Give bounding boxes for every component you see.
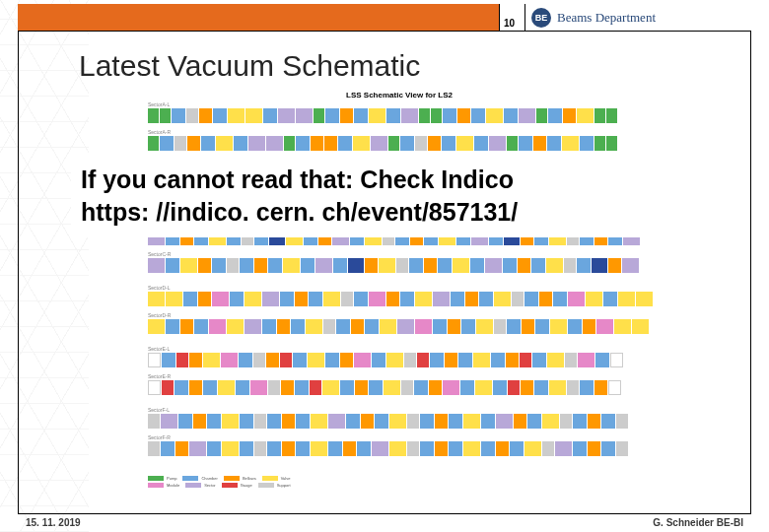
schematic-segment bbox=[496, 441, 509, 456]
schematic-segment bbox=[453, 258, 469, 273]
schematic-segment bbox=[375, 414, 388, 429]
schematic-segment bbox=[266, 353, 279, 367]
schematic-segment bbox=[311, 136, 323, 151]
schematic-row: SectorF-R bbox=[148, 434, 651, 456]
schematic-segment bbox=[474, 136, 488, 151]
schematic-segment bbox=[414, 380, 428, 395]
schematic-segment bbox=[245, 292, 261, 306]
schematic-segment bbox=[461, 319, 475, 334]
schematic-segment bbox=[504, 108, 518, 123]
schematic-segment bbox=[380, 319, 396, 334]
schematic-segment bbox=[507, 319, 521, 334]
schematic-segment bbox=[430, 353, 444, 367]
schematic-segment bbox=[277, 319, 290, 334]
schematic-segment bbox=[201, 136, 215, 151]
schematic-segment bbox=[379, 258, 395, 273]
schematic-segment bbox=[213, 108, 227, 123]
legend-item: Module bbox=[148, 483, 179, 488]
slide-title: Latest Vacuum Schematic bbox=[79, 49, 420, 83]
schematic-segment bbox=[562, 136, 579, 151]
schematic-segment bbox=[433, 319, 447, 334]
schematic-segment bbox=[267, 441, 281, 456]
schematic-segment bbox=[372, 441, 388, 456]
schematic-segment bbox=[254, 414, 266, 429]
schematic-segment bbox=[443, 380, 459, 395]
legend-item: Chamber bbox=[182, 476, 217, 481]
schematic-segment bbox=[547, 353, 564, 367]
schematic-segment bbox=[308, 353, 324, 367]
schematic-segment bbox=[577, 258, 591, 273]
schematic-segment bbox=[549, 380, 566, 395]
schematic-segment bbox=[148, 292, 165, 306]
schematic-segment bbox=[578, 353, 594, 367]
schematic-segment bbox=[209, 319, 226, 334]
schematic-segment bbox=[481, 441, 495, 456]
schematic-segment bbox=[161, 441, 175, 456]
schematic-segment bbox=[178, 414, 192, 429]
schematic-segment bbox=[361, 414, 374, 429]
schematic-segment bbox=[284, 136, 295, 151]
schematic-segment bbox=[295, 292, 308, 306]
schematic-segment bbox=[323, 292, 340, 306]
legend-label: Valve bbox=[281, 476, 291, 481]
schematic-segment bbox=[438, 258, 452, 273]
callout-line1: If you cannot read that: Check Indico bbox=[81, 164, 698, 196]
schematic-segment bbox=[400, 136, 414, 151]
schematic-segment bbox=[333, 258, 347, 273]
schematic-segment bbox=[636, 292, 653, 306]
schematic-segment bbox=[296, 414, 310, 429]
schematic-segment bbox=[175, 380, 188, 395]
legend-label: Pump bbox=[167, 476, 176, 481]
schematic-segment bbox=[463, 414, 480, 429]
schematic-segment bbox=[341, 292, 353, 306]
schematic-segment bbox=[622, 258, 639, 273]
schematic-segment bbox=[548, 108, 562, 123]
schematic-segment bbox=[371, 136, 387, 151]
schematic-segment bbox=[407, 441, 419, 456]
schematic-segment bbox=[236, 380, 249, 395]
schematic-segment bbox=[503, 258, 517, 273]
legend-label: Chamber bbox=[201, 476, 217, 481]
legend-swatch bbox=[224, 476, 240, 481]
schematic-segment bbox=[580, 136, 594, 151]
schematic-segment bbox=[389, 414, 406, 429]
schematic-row: SectorA-R bbox=[148, 129, 651, 151]
schematic-segment bbox=[222, 441, 239, 456]
schematic-segment bbox=[519, 108, 535, 123]
schematic-segment bbox=[354, 292, 368, 306]
schematic-segment bbox=[166, 258, 179, 273]
schematic-segment bbox=[180, 319, 193, 334]
schematic-segment bbox=[415, 292, 432, 306]
schematic-segment bbox=[553, 292, 567, 306]
legend-item: Pump bbox=[148, 476, 176, 481]
schematic-segment bbox=[221, 353, 238, 367]
schematic-segment bbox=[245, 108, 262, 123]
schematic-segment bbox=[148, 353, 161, 367]
schematic-segment bbox=[240, 258, 253, 273]
schematic-segment bbox=[263, 108, 277, 123]
schematic-segment bbox=[278, 108, 295, 123]
schematic-segment bbox=[510, 441, 524, 456]
schematic-segment bbox=[573, 441, 587, 456]
schematic-segment bbox=[596, 319, 613, 334]
schematic-caption: LSS Schematic View for LS2 bbox=[148, 91, 651, 100]
schematic-segment bbox=[166, 319, 179, 334]
be-logo-icon: BE bbox=[531, 8, 551, 28]
legend-item: Gauge bbox=[222, 483, 252, 488]
legend-item: Sector bbox=[185, 483, 216, 488]
schematic-segment bbox=[301, 258, 315, 273]
schematic-segment bbox=[594, 108, 605, 123]
schematic-segment bbox=[489, 136, 506, 151]
schematic-segment bbox=[546, 258, 563, 273]
schematic-segment bbox=[295, 380, 309, 395]
schematic-segment bbox=[507, 136, 518, 151]
footer-date: 15. 11. 2019 bbox=[26, 517, 81, 528]
schematic-segment bbox=[428, 136, 441, 151]
schematic-segment bbox=[606, 108, 617, 123]
schematic-segment bbox=[325, 108, 339, 123]
legend-label: Gauge bbox=[241, 483, 252, 488]
schematic-segment bbox=[506, 353, 519, 367]
schematic-segment bbox=[470, 258, 484, 273]
schematic-segment bbox=[542, 414, 559, 429]
schematic-segment bbox=[514, 414, 526, 429]
